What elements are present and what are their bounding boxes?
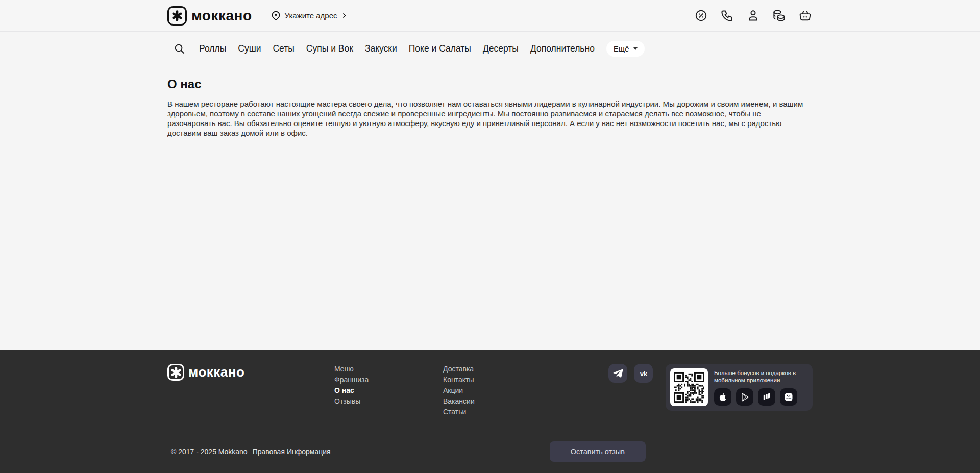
footer-link-dostavka[interactable]: Доставка [443,364,474,375]
address-label: Укажите адрес [285,11,337,20]
footer-links-column-2: Доставка Контакты Акции Вакансии Статьи [443,364,608,417]
logo[interactable]: моккано [167,6,252,26]
nav-more-label: Ещё [614,44,629,53]
nav-item-supy-i-vok[interactable]: Супы и Вок [306,43,353,54]
footer-link-otzyvy[interactable]: Отзывы [334,396,360,407]
google-play-icon[interactable] [736,388,753,406]
logo-text: моккано [191,8,252,24]
app-promo-text: Больше бонусов и подарков в мобильном пр… [714,368,808,384]
profile-icon[interactable] [745,8,761,23]
social-links: vk [608,364,653,383]
vk-icon[interactable]: vk [634,364,653,383]
about-paragraph: В нашем ресторане работают настоящие мас… [167,99,806,138]
vk-glyph: vk [640,370,647,377]
footer-logo-text: моккано [188,364,244,380]
footer-logo-asterisk-icon [167,364,184,381]
appgallery-icon[interactable]: HUAWEI [780,388,797,406]
footer-logo[interactable]: моккано [167,364,334,381]
logo-asterisk-icon [167,6,187,26]
nav-item-rolly[interactable]: Роллы [199,43,226,54]
footer-link-vakansii[interactable]: Вакансии [443,396,475,407]
app-store-icon[interactable] [714,388,731,406]
footer-link-o-nas[interactable]: О нас [334,385,354,396]
cart-basket-icon[interactable] [797,8,813,23]
category-nav: Роллы Суши Сеты Супы и Вок Закуски Поке … [0,32,980,62]
footer-link-franshiza[interactable]: Франшиза [334,375,369,385]
copyright: © 2017 - 2025 Mokkano Правовая Информаци… [171,447,331,456]
footer-links-column-1: Меню Франшиза О нас Отзывы [334,364,443,407]
search-icon[interactable] [174,43,185,55]
chevron-down-icon [633,47,638,50]
nav-more-button[interactable]: Ещё [606,41,645,57]
mobile-app-panel: Больше бонусов и подарков в мобильном пр… [666,364,813,411]
footer-link-menu[interactable]: Меню [334,364,354,375]
svg-text:HUAWEI: HUAWEI [786,397,791,399]
qr-code [670,368,708,406]
app-badges: HUAWEI [714,388,808,406]
page-title: О нас [167,77,813,91]
address-picker-button[interactable]: Укажите адрес [271,10,348,21]
copyright-text: © 2017 - 2025 Mokkano [171,447,248,456]
nav-item-sushi[interactable]: Суши [238,43,261,54]
nav-item-zakuski[interactable]: Закуски [365,43,397,54]
nav-item-dopolnitelno[interactable]: Дополнительно [530,43,595,54]
nav-item-deserty[interactable]: Десерты [483,43,519,54]
location-pin-icon [271,10,281,21]
main-content: О нас В нашем ресторане работают настоящ… [0,62,980,350]
bonuses-coins-icon[interactable] [771,8,787,23]
legal-info-link[interactable]: Правовая Информация [253,447,331,456]
phone-icon[interactable] [719,8,734,23]
discount-percent-icon[interactable] [693,8,708,23]
rustore-icon[interactable] [758,388,775,406]
nav-item-poke-i-salaty[interactable]: Поке и Салаты [409,43,471,54]
telegram-icon[interactable] [608,364,627,383]
footer-link-kontakty[interactable]: Контакты [443,375,474,385]
footer-link-stati[interactable]: Статьи [443,407,466,417]
footer-link-akcii[interactable]: Акции [443,385,463,396]
footer: моккано Меню Франшиза О нас Отзывы Доста… [0,350,980,473]
nav-item-sety[interactable]: Сеты [273,43,294,54]
chevron-right-icon [341,12,348,19]
leave-review-button[interactable]: Оставить отзыв [550,441,646,462]
header-icon-group [693,8,813,23]
header: моккано Укажите адрес [0,0,980,32]
